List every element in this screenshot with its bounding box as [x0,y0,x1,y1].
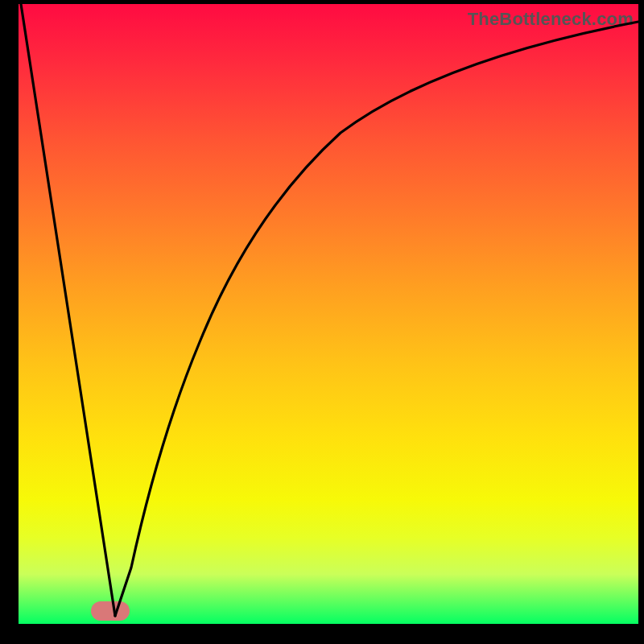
curve-svg [19,4,638,624]
curve-right [115,22,638,616]
chart-root: TheBottleneck.com [0,0,644,644]
curve-left [21,4,115,616]
plot-area: TheBottleneck.com [19,4,638,624]
